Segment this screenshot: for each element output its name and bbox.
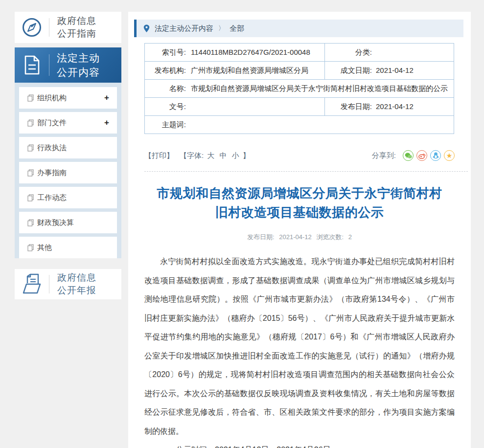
article-paragraph: 一、公示时间：2021年4月12日—2021年4月26日。 xyxy=(144,441,455,448)
sidebar-item-department-files[interactable]: 部门文件 + xyxy=(19,112,117,134)
table-row: 文号: 发布日期:2021-04-12 xyxy=(145,98,454,116)
sidebar-section-active-label: 法定主动 公开内容 xyxy=(49,51,100,79)
sidebar-item-label: 工作动态 xyxy=(37,193,109,202)
written-date-value: 2021-04-12 xyxy=(376,66,414,74)
sidebar-item-law-enforcement[interactable]: 行政执法 xyxy=(19,137,117,158)
expand-plus-icon[interactable]: + xyxy=(104,93,109,103)
pages-icon xyxy=(27,219,34,226)
sidebar-item-budget[interactable]: 财政预决算 xyxy=(19,212,117,233)
sidebar-section-active[interactable]: 法定主动 公开内容 xyxy=(15,47,121,83)
sidebar-card-guide[interactable]: 政府信息 公开指南 xyxy=(15,12,121,43)
title-label: 名称: xyxy=(145,84,186,93)
category-label: 分类: xyxy=(325,48,372,57)
breadcrumb-current-link[interactable]: 全部 xyxy=(230,24,244,33)
expand-plus-icon[interactable]: + xyxy=(104,118,109,128)
sidebar-item-organization[interactable]: 组织机构 + xyxy=(19,87,117,109)
sidebar: 政府信息 公开指南 法定主动 公开内容 组织机构 xyxy=(15,12,121,43)
issuing-agency-value: 广州市规划和自然资源局增城区分局 xyxy=(191,66,308,74)
sidebar-menu: 组织机构 + 部门文件 + 行政执法 办事指南 工作动态 xyxy=(15,83,121,258)
font-size-control: 【字体: 大 中 小 】 xyxy=(180,151,250,160)
star-glyph: ★ xyxy=(446,152,453,159)
table-row: 索引号:11440118MB2D27647G/2021-00048 分类: xyxy=(145,44,454,62)
article-meta: 发布日期: 2021-04-12 浏览次数: 2 xyxy=(128,233,471,242)
sidebar-card-annual-report[interactable]: 政府信息 公开年报 xyxy=(15,269,121,299)
views-meta-value: 2 xyxy=(348,233,352,241)
pages-icon xyxy=(27,169,34,177)
sidebar-item-label: 部门文件 xyxy=(37,118,104,128)
location-pin-icon xyxy=(143,24,150,33)
doc-number-label: 文号: xyxy=(145,102,186,112)
pages-icon xyxy=(27,194,34,202)
title-value: 市规划和自然资源局增城区分局关于永宁街简村村旧村改造项目基础数据的公示 xyxy=(191,84,448,92)
index-number-label: 索引号: xyxy=(145,48,186,57)
page: 政府信息 公开指南 法定主动 公开内容 组织机构 xyxy=(0,0,484,448)
publish-date-label: 发布日期: xyxy=(325,102,372,112)
publish-date-meta-value: 2021-04-12 xyxy=(279,233,312,241)
sidebar-item-work-updates[interactable]: 工作动态 xyxy=(19,187,117,208)
publish-date-value: 2021-04-12 xyxy=(376,102,414,111)
share-label: 分享到: xyxy=(372,151,396,160)
article-toolbar: 【打印】 【字体: 大 中 小 】 分享到: xyxy=(144,148,455,163)
pages-icon xyxy=(27,94,34,102)
font-size-prefix: 【字体: xyxy=(180,151,204,159)
sidebar-item-label: 财政预决算 xyxy=(37,218,109,227)
breadcrumb: 法定主动公开内容 〉 全部 xyxy=(134,20,463,37)
folder-report-icon xyxy=(15,273,49,295)
share-wechat-icon[interactable] xyxy=(403,150,414,161)
font-size-suffix: 】 xyxy=(243,151,250,159)
print-button[interactable]: 【打印】 xyxy=(144,151,174,160)
written-date-label: 成文日期: xyxy=(325,66,372,75)
sidebar-item-other[interactable]: 其他 xyxy=(19,237,117,258)
table-row: 主题词: xyxy=(145,116,454,134)
dashed-divider xyxy=(144,171,468,172)
font-size-small-button[interactable]: 小 xyxy=(232,151,239,159)
compass-icon xyxy=(15,17,49,38)
share-qq-icon[interactable] xyxy=(430,150,441,161)
sidebar-item-label: 组织机构 xyxy=(37,93,104,103)
sidebar-item-label: 办事指南 xyxy=(37,168,109,178)
breadcrumb-section-link[interactable]: 法定主动公开内容 xyxy=(155,24,213,33)
index-number-value: 11440118MB2D27647G/2021-00048 xyxy=(191,48,310,56)
issuing-agency-label: 发布机构: xyxy=(145,66,186,75)
pages-icon xyxy=(27,244,34,251)
keywords-label: 主题词: xyxy=(145,120,186,130)
sidebar-item-service-guide[interactable]: 办事指南 xyxy=(19,162,117,183)
table-row: 发布机构:广州市规划和自然资源局增城区分局 成文日期:2021-04-12 xyxy=(145,62,454,80)
document-icon xyxy=(15,54,49,76)
page-title: 市规划和自然资源局增城区分局关于永宁街简村村旧村改造项目基础数据的公示 xyxy=(155,184,444,222)
font-size-large-button[interactable]: 大 xyxy=(207,151,214,159)
views-meta-label: 浏览次数: xyxy=(316,233,344,241)
table-row: 名称:市规划和自然资源局增城区分局关于永宁街简村村旧村改造项目基础数据的公示 xyxy=(145,80,454,98)
share-qzone-icon[interactable]: ★ xyxy=(444,150,455,161)
article-paragraph: 永宁街简村村拟以全面改造方式实施改造。现永宁街道办事处已组织完成简村村旧村改造项… xyxy=(144,252,455,441)
sidebar-card-annual-label: 政府信息 公开年报 xyxy=(49,271,96,297)
sidebar-card-guide-label: 政府信息 公开指南 xyxy=(49,15,96,40)
article-body: 永宁街简村村拟以全面改造方式实施改造。现永宁街道办事处已组织完成简村村旧村改造项… xyxy=(144,252,455,448)
share-weibo-icon[interactable] xyxy=(416,150,427,161)
breadcrumb-separator: 〉 xyxy=(218,24,225,33)
main-content: 法定主动公开内容 〉 全部 索引号:11440118MB2D27647G/202… xyxy=(128,12,471,448)
sidebar-item-label: 其他 xyxy=(37,243,109,252)
sidebar-item-label: 行政执法 xyxy=(37,143,109,153)
pages-icon xyxy=(27,144,34,152)
font-size-medium-button[interactable]: 中 xyxy=(220,151,227,159)
breadcrumb-accent-bar xyxy=(134,20,137,37)
pages-icon xyxy=(27,119,34,127)
publish-date-meta-label: 发布日期: xyxy=(247,233,275,241)
document-info-table: 索引号:11440118MB2D27647G/2021-00048 分类: 发布… xyxy=(144,43,454,134)
